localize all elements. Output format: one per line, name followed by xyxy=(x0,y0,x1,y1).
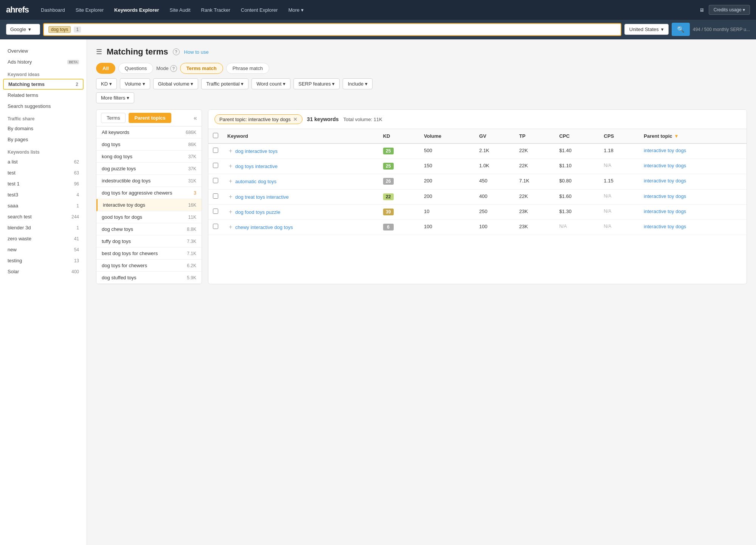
parent-topic-1[interactable]: interactive toy dogs xyxy=(644,163,686,168)
mode-help-icon[interactable]: ? xyxy=(170,65,177,72)
tab-questions[interactable]: Questions xyxy=(118,63,154,74)
sidebar-list-item-6[interactable]: blender 3d 1 xyxy=(0,222,87,233)
sidebar-list-item-7[interactable]: zero waste 41 xyxy=(0,233,87,244)
sidebar-item-overview[interactable]: Overview xyxy=(0,45,87,56)
term-item-stuffed[interactable]: dog stuffed toys 5.9K xyxy=(96,272,202,284)
nav-dashboard[interactable]: Dashboard xyxy=(36,5,70,15)
sidebar-list-item-3[interactable]: test3 4 xyxy=(0,189,87,200)
filter-word-count[interactable]: Word count ▾ xyxy=(251,78,290,89)
keyword-link-4[interactable]: dog food toys puzzle xyxy=(235,209,280,215)
terms-tab[interactable]: Terms xyxy=(101,113,126,123)
term-item-puzzle[interactable]: dog puzzle toys 37K xyxy=(96,163,202,175)
row-checkbox-4[interactable] xyxy=(213,209,218,214)
help-icon[interactable]: ? xyxy=(173,48,180,55)
filter-include[interactable]: Include ▾ xyxy=(343,78,373,89)
row-checkbox-3[interactable] xyxy=(213,193,218,199)
col-keyword: Keyword xyxy=(223,129,379,143)
nav-keywords-explorer[interactable]: Keywords Explorer xyxy=(110,5,164,15)
select-all-checkbox[interactable] xyxy=(213,133,218,138)
keyword-link-2[interactable]: automatic dog toys xyxy=(235,179,276,184)
search-input[interactable] xyxy=(84,26,616,33)
sidebar-list-item-5[interactable]: search test 244 xyxy=(0,211,87,222)
sidebar-item-matching-terms[interactable]: Matching terms 2 xyxy=(3,79,84,90)
cpc-2: $0.80 xyxy=(555,174,599,189)
volume-0: 500 xyxy=(419,143,475,159)
add-keyword-4[interactable]: + xyxy=(227,209,234,215)
sidebar-item-by-domains[interactable]: By domains xyxy=(0,123,87,134)
sidebar-list-item-9[interactable]: testing 13 xyxy=(0,255,87,266)
filter-traffic-potential[interactable]: Traffic potential ▾ xyxy=(201,78,248,89)
search-button[interactable]: 🔍 xyxy=(672,23,690,36)
sidebar-list-item-4[interactable]: saaa 1 xyxy=(0,200,87,211)
add-keyword-3[interactable]: + xyxy=(227,193,234,200)
term-item-dog-toys[interactable]: dog toys 86K xyxy=(96,139,202,151)
add-keyword-2[interactable]: + xyxy=(227,178,234,184)
filter-global-volume[interactable]: Global volume ▾ xyxy=(153,78,199,89)
tab-all[interactable]: All xyxy=(96,63,115,74)
sidebar-list-item-2[interactable]: test 1 96 xyxy=(0,178,87,189)
gv-1: 1.0K xyxy=(475,159,515,174)
gv-4: 250 xyxy=(475,204,515,220)
add-keyword-0[interactable]: + xyxy=(227,148,234,154)
sidebar-list-item-1[interactable]: test 63 xyxy=(0,167,87,178)
parent-topic-5[interactable]: interactive toy dogs xyxy=(644,224,686,229)
sidebar-list-item-10[interactable]: Solar 400 xyxy=(0,266,87,277)
keyword-link-1[interactable]: dog toys interactive xyxy=(235,164,278,169)
keyword-link-5[interactable]: chewy interactive dog toys xyxy=(235,224,293,230)
cps-1: N/A xyxy=(599,159,640,174)
term-item-interactive[interactable]: interactive toy dogs 16K xyxy=(96,199,202,211)
parent-topic-3[interactable]: interactive toy dogs xyxy=(644,193,686,199)
nav-content-explorer[interactable]: Content Explorer xyxy=(236,5,283,15)
term-item-chew[interactable]: dog chew toys 8.8K xyxy=(96,223,202,235)
keyword-link-3[interactable]: dog treat toys interactive xyxy=(235,194,289,200)
sidebar-section-keywords-lists: Keywords lists xyxy=(0,145,87,156)
sidebar-item-by-pages[interactable]: By pages xyxy=(0,134,87,145)
tab-phrase-match[interactable]: Phrase match xyxy=(226,63,269,74)
how-to-use-link[interactable]: How to use xyxy=(184,49,209,55)
term-item-tuffy[interactable]: tuffy dog toys 7.3K xyxy=(96,235,202,248)
nav-site-explorer[interactable]: Site Explorer xyxy=(71,5,108,15)
sidebar-list-item-8[interactable]: new 54 xyxy=(0,244,87,255)
engine-select[interactable]: Google ▾ xyxy=(6,24,40,35)
country-select[interactable]: United States ▾ xyxy=(624,24,669,35)
row-checkbox-0[interactable] xyxy=(213,148,218,153)
sidebar-item-search-suggestions[interactable]: Search suggestions xyxy=(0,101,87,112)
nav-more[interactable]: More ▾ xyxy=(284,5,308,15)
row-checkbox-5[interactable] xyxy=(213,224,218,229)
nav-site-audit[interactable]: Site Audit xyxy=(165,5,195,15)
credits-usage-button[interactable]: Credits usage ▾ xyxy=(709,5,750,15)
results-header: Parent topic: interactive toy dogs ✕ 31 … xyxy=(208,110,747,129)
topic-close-button[interactable]: ✕ xyxy=(293,116,298,122)
term-item-aggressive[interactable]: dog toys for aggressive chewers 3 xyxy=(96,187,202,199)
topic-filter-tag: Parent topic: interactive toy dogs ✕ xyxy=(214,114,303,124)
parent-topic-0[interactable]: interactive toy dogs xyxy=(644,148,686,153)
term-item-all[interactable]: All keywords 686K xyxy=(96,126,202,139)
filter-serp-features[interactable]: SERP features ▾ xyxy=(293,78,340,89)
term-item-kong[interactable]: kong dog toys 37K xyxy=(96,151,202,163)
col-parent-topic[interactable]: Parent topic ▾ xyxy=(639,129,747,143)
filter-volume[interactable]: Volume ▾ xyxy=(120,78,150,89)
parent-topic-4[interactable]: interactive toy dogs xyxy=(644,209,686,214)
parent-topics-tab[interactable]: Parent topics xyxy=(129,113,171,123)
sidebar-item-related-terms[interactable]: Related terms xyxy=(0,90,87,101)
logo[interactable]: ahrefs xyxy=(6,5,29,15)
row-checkbox-2[interactable] xyxy=(213,178,218,183)
hamburger-icon[interactable]: ☰ xyxy=(96,48,102,56)
parent-topic-2[interactable]: interactive toy dogs xyxy=(644,178,686,184)
sidebar-list-item-0[interactable]: a list 62 xyxy=(0,156,87,167)
term-item-indestructible[interactable]: indestructible dog toys 31K xyxy=(96,175,202,187)
row-checkbox-1[interactable] xyxy=(213,163,218,168)
add-keyword-1[interactable]: + xyxy=(227,163,234,169)
credits-label: Credits usage ▾ xyxy=(714,7,745,12)
term-item-best-chewers[interactable]: best dog toys for chewers 7.1K xyxy=(96,248,202,260)
add-keyword-5[interactable]: + xyxy=(227,224,234,230)
filter-kd[interactable]: KD ▾ xyxy=(96,78,117,89)
keyword-link-0[interactable]: dog interactive toys xyxy=(235,148,278,154)
tab-terms-match[interactable]: Terms match xyxy=(180,63,223,74)
collapse-button[interactable]: « xyxy=(194,115,197,121)
term-item-for-chewers[interactable]: dog toys for chewers 6.2K xyxy=(96,260,202,272)
more-filters-button[interactable]: More filters ▾ xyxy=(96,92,134,103)
nav-rank-tracker[interactable]: Rank Tracker xyxy=(197,5,235,15)
sidebar-item-ads-history[interactable]: Ads history BETA xyxy=(0,56,87,67)
term-item-good[interactable]: good toys for dogs 11K xyxy=(96,211,202,223)
